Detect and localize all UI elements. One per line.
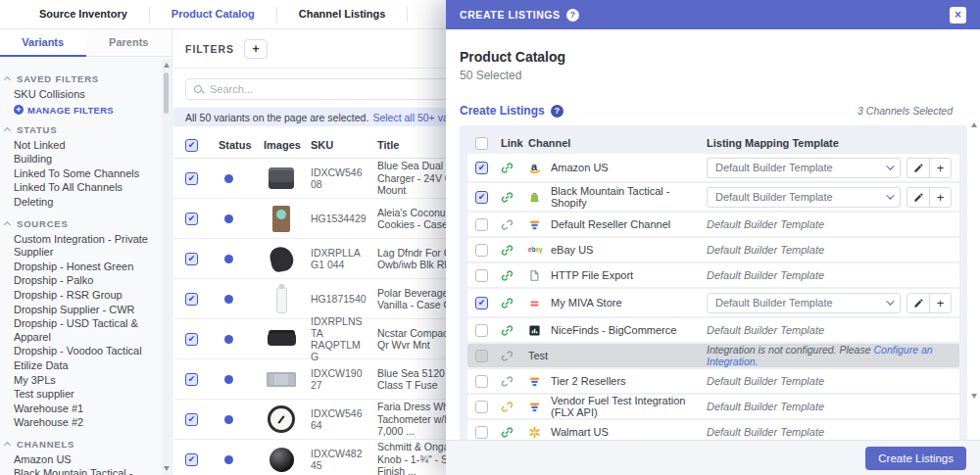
- help-icon[interactable]: ?: [551, 105, 564, 118]
- template-select[interactable]: Default Builder Template: [707, 158, 901, 178]
- sidebar-filter-item[interactable]: Dropship - Honest Green: [14, 261, 162, 274]
- channel-checkbox[interactable]: [475, 375, 488, 388]
- column-sku: SKU: [311, 139, 368, 151]
- sidebar-filter-item[interactable]: My 3PLs: [14, 374, 162, 388]
- create-listings-button[interactable]: Create Listings: [865, 447, 966, 470]
- template-name: Default Builder Template: [707, 244, 824, 256]
- add-filter-button[interactable]: +: [244, 39, 268, 59]
- product-sku: IDXCW54664: [311, 407, 368, 431]
- tab-variants[interactable]: Variants: [0, 29, 86, 57]
- sidebar-section-header[interactable]: SAVED FILTERS: [5, 73, 162, 84]
- nav-product-catalog[interactable]: Product Catalog: [150, 0, 276, 28]
- sidebar-filter-item[interactable]: SKU Collisions: [14, 88, 162, 102]
- sidebar-filter-item[interactable]: Not Linked: [14, 139, 162, 153]
- add-template-button[interactable]: +: [929, 294, 951, 312]
- edit-template-button[interactable]: [907, 188, 929, 207]
- row-checkbox[interactable]: [185, 453, 198, 466]
- nav-channel-listings[interactable]: Channel Listings: [277, 0, 408, 28]
- sidebar-filter-item[interactable]: Deleting: [14, 196, 162, 210]
- sidebar-scrollbar[interactable]: [162, 59, 171, 475]
- row-checkbox[interactable]: [185, 293, 198, 306]
- channel-checkbox[interactable]: [475, 426, 488, 439]
- amazon-icon: a: [528, 161, 545, 174]
- modal-scrollbar[interactable]: [969, 122, 977, 399]
- row-checkbox[interactable]: [185, 253, 198, 265]
- product-sku: IDXCW48245: [311, 448, 368, 471]
- tab-parents[interactable]: Parents: [86, 29, 172, 57]
- link-warning-icon: [501, 400, 514, 413]
- sidebar-section-header[interactable]: STATUS: [5, 124, 162, 135]
- manage-filters-button[interactable]: +MANAGE FILTERS: [14, 105, 162, 116]
- sidebar-filter-item[interactable]: Dropship - Palko: [14, 274, 162, 288]
- template-select[interactable]: Default Builder Template: [707, 293, 901, 313]
- channel-checkbox[interactable]: [475, 162, 488, 174]
- sidebar-filter-item[interactable]: Warehouse #2: [14, 416, 162, 430]
- scroll-up-icon[interactable]: [971, 122, 977, 127]
- svg-text:ebay: ebay: [528, 246, 543, 254]
- row-checkbox[interactable]: [185, 172, 198, 185]
- filters-label: FILTERS: [185, 43, 234, 55]
- modal-page-title: Product Catalog: [460, 49, 966, 65]
- template-select[interactable]: Default Builder Template: [707, 187, 901, 208]
- chevron-up-icon: [4, 221, 11, 228]
- channel-checkbox[interactable]: [475, 297, 488, 309]
- channel-row: aAmazon USDefault Builder Template+: [467, 154, 959, 181]
- edit-template-button[interactable]: [907, 159, 929, 177]
- sidebar-filter-item[interactable]: Dropship - USD Tactical & Apparel: [14, 317, 162, 344]
- status-dot: [224, 255, 233, 263]
- nav-source-inventory[interactable]: Source Inventory: [18, 0, 149, 28]
- funnel-icon: [528, 400, 545, 413]
- walmart-icon: [528, 425, 545, 439]
- sidebar-filter-item[interactable]: Black Mountain Tactical - Shopify: [14, 467, 162, 475]
- link-icon: [501, 243, 514, 257]
- sidebar-filter-item[interactable]: Linked To All Channels: [14, 181, 162, 195]
- sidebar-section-header[interactable]: CHANNELS: [5, 439, 162, 450]
- add-template-button[interactable]: +: [929, 159, 951, 177]
- help-icon[interactable]: ?: [566, 9, 579, 22]
- sidebar-filter-item[interactable]: Linked To Some Channels: [14, 167, 162, 181]
- select-all-checkbox[interactable]: [185, 139, 198, 152]
- selection-text: All 50 variants on the page are selected…: [185, 112, 368, 123]
- channel-checkbox[interactable]: [475, 244, 488, 257]
- channel-checkbox[interactable]: [475, 350, 488, 362]
- scroll-up-icon[interactable]: [164, 63, 170, 68]
- edit-template-button[interactable]: [907, 294, 929, 312]
- channel-checkbox[interactable]: [475, 191, 488, 204]
- shopify-icon: [528, 190, 545, 204]
- row-checkbox[interactable]: [185, 373, 198, 386]
- row-checkbox[interactable]: [185, 213, 198, 225]
- select-all-channels-checkbox[interactable]: [475, 137, 488, 150]
- row-checkbox[interactable]: [185, 413, 198, 426]
- sidebar-filter-item[interactable]: Dropship - RSR Group: [14, 289, 162, 303]
- channel-name: Black Mountain Tactical - Shopify: [551, 185, 707, 209]
- scroll-down-icon[interactable]: [164, 466, 170, 471]
- channel-name: NiceFinds - BigCommerce: [551, 324, 676, 336]
- channel-row: ebayeBay USDefault Builder Template: [467, 238, 959, 261]
- add-template-button[interactable]: +: [929, 188, 951, 207]
- sidebar-filter-item[interactable]: Etilize Data: [14, 359, 162, 373]
- sidebar-filter-item[interactable]: Test supplier: [14, 388, 162, 402]
- sidebar-filter-item[interactable]: Building: [14, 153, 162, 166]
- scroll-down-icon[interactable]: [971, 394, 977, 399]
- channel-checkbox[interactable]: [475, 218, 488, 231]
- scrollbar-thumb[interactable]: [164, 72, 169, 114]
- file-icon: [528, 268, 545, 282]
- sidebar-filter-item[interactable]: Warehouse #1: [14, 403, 162, 416]
- sidebar-filter-item[interactable]: Dropship Supplier - CWR: [14, 304, 162, 317]
- column-channel: Channel: [528, 137, 707, 149]
- integration-message: Integration is not configured. Please Co…: [707, 344, 952, 367]
- sidebar-filter-item[interactable]: Custom Integration - Private Supplier: [14, 233, 162, 260]
- close-icon[interactable]: ×: [950, 7, 966, 24]
- sidebar-filter-item[interactable]: Dropship - Voodoo Tactical: [14, 345, 162, 358]
- sidebar-section-header[interactable]: SOURCES: [5, 218, 162, 229]
- selected-count: 50 Selected: [460, 69, 966, 82]
- channel-checkbox[interactable]: [475, 269, 488, 282]
- selected-template: Default Builder Template: [715, 297, 833, 309]
- channel-checkbox[interactable]: [475, 401, 488, 413]
- sidebar-filter-item[interactable]: Amazon US: [14, 453, 162, 467]
- configure-integration-link[interactable]: Configure an Integration.: [707, 344, 933, 367]
- modal-body: Product Catalog 50 Selected Create Listi…: [446, 29, 980, 440]
- row-checkbox[interactable]: [185, 333, 198, 346]
- channel-checkbox[interactable]: [475, 324, 488, 337]
- bigcommerce-icon: [528, 323, 545, 337]
